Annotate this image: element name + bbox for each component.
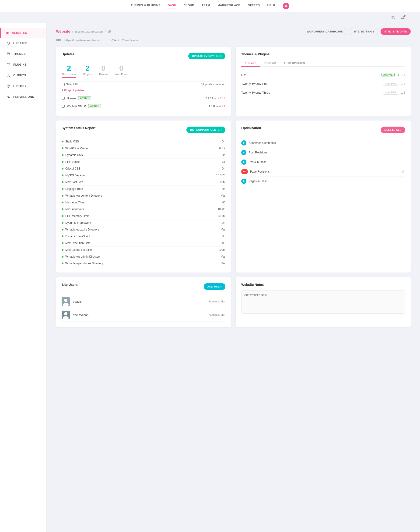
nav-cloud[interactable]: Cloud	[184, 4, 194, 8]
nav-links: Themes & Plugins Dash Cloud Team Marketp…	[131, 3, 289, 9]
tab-auto-updates[interactable]: Auto Updates	[280, 60, 309, 67]
critical-css-text: Critical CSS	[65, 167, 80, 170]
updates-title: Updates	[62, 52, 75, 56]
plugin-wpmail-checkbox[interactable]	[62, 105, 65, 108]
status-wp-version: WordPress Version 6.6.2	[62, 145, 225, 152]
tab-themes[interactable]: Themes	[241, 60, 260, 67]
sidebar-item-clients[interactable]: Clients	[0, 70, 46, 81]
stat-num-site-updates: 2	[62, 64, 76, 72]
writable-et-label: Writable et-cache Directory	[62, 228, 99, 231]
sidebar-item-history[interactable]: History	[0, 81, 46, 92]
svg-point-8	[64, 312, 67, 315]
spammed-comments-label: 0 Spammed Comments	[241, 140, 276, 145]
system-status-items: Static CSS On WordPress Version 6.6.2	[62, 138, 225, 267]
status-writable-content: Writable wp-content Directory Yes	[62, 192, 225, 199]
pages-in-trash-badge: 0	[241, 179, 246, 184]
max-input-vars-value: 10000	[218, 208, 225, 211]
sidebar-label-clients: Clients	[13, 74, 26, 77]
user-row-bdavis: bdavis Administrator	[62, 295, 225, 308]
max-exec-label: Max Execution Time	[62, 241, 90, 245]
website-notes-title: Website Notes	[241, 283, 405, 287]
nav-help[interactable]: Help	[267, 4, 275, 8]
add-user-button[interactable]: Add User	[204, 283, 225, 290]
plugin-breeze-checkbox[interactable]	[62, 97, 65, 100]
sidebar-label-plugins: Plugins	[13, 63, 27, 66]
plugin-breeze-left: Breeze ACTIVE	[62, 96, 91, 100]
page-revisions-trash-icon[interactable]: 🗑	[402, 170, 405, 173]
dynamic-js-dot	[62, 235, 63, 237]
php-memory-label: PHP Memory Limit	[62, 214, 89, 218]
max-input-time-text: Max Input Time	[65, 201, 84, 204]
plugin-wpmail-status: ACTIVE	[88, 104, 101, 108]
max-input-vars-dot	[62, 208, 63, 210]
max-input-time-label: Max Input Time	[62, 201, 84, 204]
sync-site-data-button[interactable]: Sync Site Data	[381, 28, 411, 35]
plugin-breeze-name: Breeze	[67, 97, 76, 100]
user-dee-name: dee Mclean	[73, 313, 89, 317]
update-everything-button[interactable]: Update Everything	[188, 53, 225, 59]
top-row: Updates Update Everything 2 Site Updates…	[56, 47, 411, 121]
main-layout: Websites Updates Themes	[0, 23, 420, 532]
wordpress-dashboard-button[interactable]: WordPress Dashboard	[303, 28, 347, 35]
tab-plugins[interactable]: Plugins	[260, 60, 280, 67]
stat-num-themes: 0	[99, 64, 108, 72]
plugin-breeze-to[interactable]: 2.1.14	[218, 97, 225, 100]
avatar[interactable]: U	[283, 3, 289, 9]
opt-spammed-comments: 0 Spammed Comments	[241, 138, 405, 148]
static-css-text: Static CSS	[65, 140, 79, 143]
writable-et-dot	[62, 229, 63, 231]
url-value: https://mysite.example.com	[64, 39, 101, 42]
php-text: PHP Version	[65, 160, 81, 163]
nav-dash[interactable]: Dash	[168, 4, 176, 8]
user-row-dee: dee Mclean Administrator	[62, 308, 225, 322]
nav-team[interactable]: Team	[202, 4, 210, 8]
plugin-wpmail-name: WP Mail SMTP	[67, 105, 86, 108]
status-dynamic-js: Dynamic JavaScript On	[62, 233, 225, 240]
nav-marketplace[interactable]: Marketplace	[217, 4, 240, 8]
display-errors-value: No	[222, 187, 225, 190]
main-content: Website › mysite.example.com ✎ 🔗 WordPre…	[47, 23, 420, 532]
post-revisions-label: 0 Post Revisions	[241, 150, 267, 155]
nav-themes-plugins[interactable]: Themes & Plugins	[131, 4, 160, 8]
max-exec-value: 600	[221, 241, 225, 245]
writable-admin-text: Writable wp-admin Directory	[65, 255, 101, 258]
dynamic-css-label: Dynamic CSS	[62, 154, 83, 157]
divi-support-center-button[interactable]: Divi Support Center	[186, 126, 225, 133]
system-status-card: System Status Report Divi Support Center…	[56, 121, 231, 273]
arrow2: →	[216, 105, 219, 108]
status-critical-css: Critical CSS On	[62, 165, 225, 172]
nav-offers[interactable]: Offers	[248, 4, 260, 8]
sidebar-item-plugins[interactable]: Plugins	[0, 59, 46, 70]
site-settings-button[interactable]: Site Settings	[349, 28, 378, 35]
clients-icon	[6, 73, 11, 78]
max-exec-dot	[62, 242, 63, 244]
select-all-checkbox[interactable]	[62, 83, 65, 86]
writable-admin-label: Writable wp-admin Directory	[62, 255, 101, 258]
sidebar-item-themes[interactable]: Themes	[0, 48, 46, 59]
delete-all-button[interactable]: Delete All	[381, 126, 405, 133]
theme-twentythree-status: INACTIVE	[383, 91, 399, 94]
critical-css-dot	[62, 168, 63, 170]
sidebar-item-updates[interactable]: Updates	[0, 38, 46, 48]
history-icon	[6, 84, 11, 88]
display-errors-dot	[62, 188, 63, 190]
refresh-icon[interactable]	[390, 15, 397, 21]
website-notes-textarea[interactable]	[241, 290, 405, 314]
sidebar-label-websites: Websites	[11, 31, 27, 34]
status-writable-includes: Writable wp-includes Directory Yes	[62, 260, 225, 267]
stat-underline-site-updates	[62, 77, 76, 78]
svg-point-3	[7, 96, 8, 97]
breadcrumb: Website › mysite.example.com ✎ 🔗	[56, 30, 111, 34]
plugin-wpmail-version: 4.1.0 → 4.1.1	[209, 105, 225, 108]
page-revisions-badge: 111	[241, 169, 248, 174]
php-dot	[62, 161, 63, 163]
select-all-label[interactable]: Select All	[62, 83, 77, 86]
user-dee-info: dee Mclean	[62, 311, 89, 319]
status-static-css: Static CSS On	[62, 138, 225, 145]
theme-twentyfour-version: 1.2	[401, 82, 405, 85]
sidebar-item-permissions[interactable]: Permissions	[0, 92, 46, 102]
plugin-wpmail-left: WP Mail SMTP ACTIVE	[62, 104, 101, 108]
sidebar-item-websites[interactable]: Websites	[0, 28, 46, 38]
plugin-wpmail-to[interactable]: 4.1.1	[219, 105, 225, 108]
notification-icon[interactable]	[399, 15, 406, 21]
